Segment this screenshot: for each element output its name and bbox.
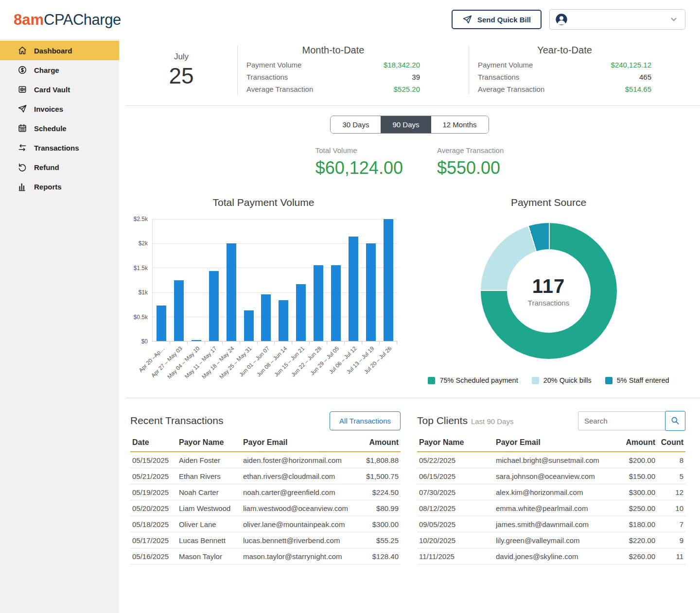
bar-cell: Jun 22 – Jun 28 <box>310 219 327 341</box>
table-cell: Noah Carter <box>177 484 241 500</box>
undo-arrow-icon <box>18 162 27 172</box>
table-cell: 5 <box>657 468 685 484</box>
app-logo: 8amCPACharge <box>14 12 121 27</box>
stat-row: Average Transaction$514.65 <box>478 83 651 95</box>
table-cell: alex.kim@horizonmail.com <box>494 484 611 500</box>
table-cell: Aiden Foster <box>177 452 241 468</box>
table-row: 05/18/2025Oliver Laneoliver.lane@mountai… <box>130 516 401 532</box>
y-axis-tick-label: $1.5k <box>134 265 148 272</box>
bar-cell: Jul 20 – Jul 26 <box>380 219 397 341</box>
table-cell: 08/12/2025 <box>417 500 494 516</box>
table-cell: sara.johnson@oceanview.com <box>494 468 611 484</box>
sidebar-item-schedule[interactable]: Schedule <box>0 119 119 138</box>
table-cell: $220.00 <box>611 532 657 548</box>
sidebar-item-label: Refund <box>34 163 59 171</box>
sidebar-item-label: Schedule <box>34 124 67 133</box>
table-cell: 8 <box>657 452 685 468</box>
y-axis-tick-label: $0.5k <box>134 314 148 321</box>
column-header: Date <box>130 435 177 452</box>
bar <box>174 280 184 341</box>
table-cell: 7 <box>657 516 685 532</box>
top-clients-table: Payor NamePayor EmailAmountCount 05/22/2… <box>417 435 685 564</box>
summary-totals: Total Volume $60,124.00 Average Transact… <box>315 146 504 178</box>
table-cell: $300.00 <box>350 516 401 532</box>
stat-row: Transactions39 <box>246 71 420 83</box>
legend-label: 5% Staff entered <box>617 376 669 384</box>
table-row: 06/15/2025sara.johnson@oceanview.com$150… <box>417 468 685 484</box>
search-input[interactable] <box>578 411 665 430</box>
header: 8amCPACharge Send Quick Bill <box>0 0 700 39</box>
sidebar-item-label: Dashboard <box>34 47 72 55</box>
bar <box>384 219 393 341</box>
total-payment-volume-chart: Total Payment Volume $0$0.5k$1k$1.5k$2k$… <box>119 191 397 384</box>
sidebar-item-label: Transactions <box>34 144 79 152</box>
logo-cpacharge: CPACharge <box>44 11 121 28</box>
search-button[interactable] <box>665 411 685 431</box>
bar-cell: Apr 27 – May 03 <box>170 219 188 341</box>
table-row: 05/21/2025Ethan Riversethan.rivers@cloud… <box>130 468 401 484</box>
stat-row: Payment Volume$240,125.12 <box>478 59 651 71</box>
donut-center-label: Transactions <box>528 299 569 307</box>
total-volume-value: $60,124.00 <box>315 158 403 178</box>
user-menu[interactable] <box>549 9 685 30</box>
column-header: Payor Name <box>417 435 494 452</box>
stat-value: $525.20 <box>394 85 420 93</box>
column-header: Payor Email <box>494 435 611 452</box>
paper-plane-icon <box>18 104 27 114</box>
table-row: 05/20/2025Liam Westwoodliam.westwood@oce… <box>130 500 401 516</box>
bar-cell: Jun 29 – Jul 05 <box>327 219 345 341</box>
bar <box>314 265 323 341</box>
sidebar-item-refund[interactable]: Refund <box>0 157 119 177</box>
table-cell: lucas.bennett@riverbend.com <box>241 532 350 548</box>
send-quick-bill-button[interactable]: Send Quick Bill <box>452 10 542 29</box>
stat-value: $240,125.12 <box>611 61 651 69</box>
sidebar-item-card-vault[interactable]: Card Vault <box>0 80 119 99</box>
table-cell: 9 <box>657 532 685 548</box>
date-day: 25 <box>169 63 193 89</box>
table-cell: ethan.rivers@cloudmail.com <box>241 468 350 484</box>
sidebar-item-label: Charge <box>34 66 59 74</box>
table-cell: lily.green@valleymail.com <box>494 532 611 548</box>
stat-value: $18,342.20 <box>384 61 420 69</box>
date-card: July 25 <box>125 43 237 98</box>
sidebar-item-transactions[interactable]: Transactions <box>0 138 119 157</box>
sidebar-item-reports[interactable]: Reports <box>0 177 119 196</box>
y-axis-tick-label: $1k <box>139 289 148 296</box>
stat-value: 39 <box>412 73 420 81</box>
tab-90-days[interactable]: 90 Days <box>381 116 431 133</box>
bar-cell: May 25 – May 31 <box>240 219 258 341</box>
average-transaction-value: $550.00 <box>437 158 504 178</box>
tab-30-days[interactable]: 30 Days <box>331 116 381 133</box>
table-cell: 10 <box>657 500 685 516</box>
stat-value: 465 <box>639 73 651 81</box>
y-axis-tick-label: $0 <box>141 338 148 345</box>
bar-cell: Jul 06 – Jul 12 <box>345 219 362 341</box>
recent-transactions-title: Recent Transactions <box>130 415 223 426</box>
bar <box>331 265 341 341</box>
header-actions: Send Quick Bill <box>452 9 685 30</box>
sidebar-item-charge[interactable]: Charge <box>0 60 119 80</box>
sidebar-item-invoices[interactable]: Invoices <box>0 99 119 119</box>
stat-row: Average Transaction$525.20 <box>246 83 420 95</box>
tab-12-months[interactable]: 12 Months <box>431 116 489 133</box>
column-header: Payor Email <box>241 435 350 452</box>
bar <box>209 271 219 341</box>
table-cell: $200.00 <box>611 452 657 468</box>
bar-cell: Jun 15 – Jun 21 <box>292 219 310 341</box>
column-header: Count <box>657 435 685 452</box>
all-transactions-button[interactable]: All Transactions <box>330 411 401 430</box>
average-transaction-label: Average Transaction <box>437 146 504 154</box>
sidebar-item-dashboard[interactable]: Dashboard <box>0 41 119 60</box>
table-cell: 05/21/2025 <box>130 468 177 484</box>
table-cell: $55.25 <box>350 532 401 548</box>
month-to-date-section: Month-to-Date Payment Volume$18,342.20Tr… <box>238 43 469 98</box>
month-to-date-title: Month-to-Date <box>246 45 420 56</box>
date-month: July <box>174 52 189 62</box>
donut-chart-title: Payment Source <box>511 197 586 208</box>
bar <box>244 310 254 341</box>
legend-item: 20% Quick bills <box>532 376 592 384</box>
table-cell: 06/15/2025 <box>417 468 494 484</box>
stat-label: Transactions <box>478 73 519 81</box>
legend-label: 20% Quick bills <box>543 376 592 384</box>
table-row: 09/05/2025james.smith@dawnmail.com$180.0… <box>417 516 685 532</box>
